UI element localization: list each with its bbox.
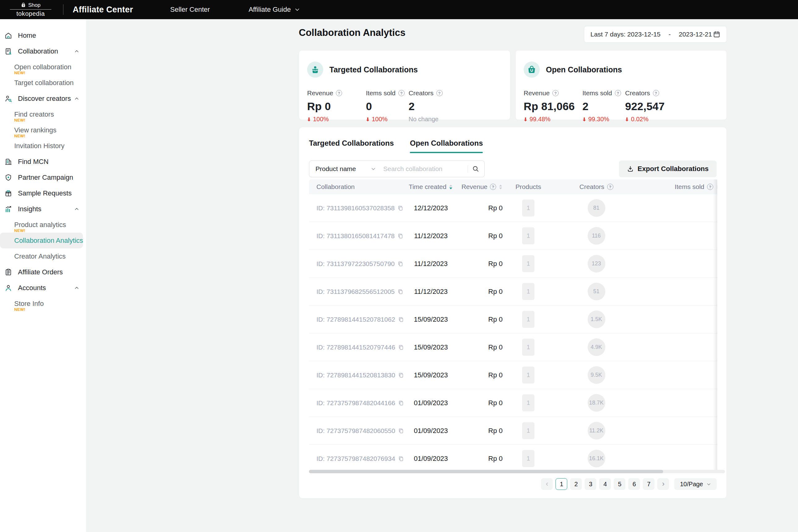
sort-icon-time-created[interactable] bbox=[449, 184, 453, 190]
tab-open-collaborations[interactable]: Open Collaborations bbox=[410, 139, 483, 153]
collaboration-id: ID: 7311379722305750790 bbox=[317, 260, 395, 268]
export-label: Export Collaborations bbox=[638, 165, 709, 173]
date-range-end: 2023-12-21 bbox=[679, 31, 712, 38]
down-arrow-icon bbox=[625, 117, 629, 121]
export-collaborations-button[interactable]: Export Collaborations bbox=[619, 160, 717, 177]
search-input[interactable] bbox=[383, 165, 468, 173]
creators-count-badge: 123 bbox=[588, 255, 605, 272]
topbar-divider bbox=[63, 4, 63, 15]
date-range-separator: - bbox=[669, 31, 671, 38]
sidebar-item-accounts[interactable]: Accounts bbox=[0, 280, 86, 296]
products-count-badge: 1 bbox=[522, 394, 534, 411]
sidebar-item-discover-creators[interactable]: Discover creators bbox=[0, 91, 86, 107]
page-button-2[interactable]: 2 bbox=[570, 478, 582, 490]
help-icon[interactable] bbox=[490, 184, 496, 190]
sidebar-item-partner-campaign[interactable]: Partner Campaign bbox=[0, 170, 86, 185]
collaboration-icon bbox=[4, 47, 12, 55]
help-icon[interactable] bbox=[398, 90, 404, 96]
revenue: Rp 0 bbox=[488, 371, 502, 379]
top-bar: Shop tokopedia Affiliate Center Seller C… bbox=[0, 0, 798, 19]
shop-tokopedia-logo[interactable]: Shop tokopedia bbox=[7, 2, 54, 17]
horizontal-scrollbar-thumb[interactable] bbox=[309, 470, 663, 473]
help-icon[interactable] bbox=[653, 90, 659, 96]
page-button-5[interactable]: 5 bbox=[614, 478, 625, 490]
sidebar-item-creator-analytics[interactable]: Creator Analytics bbox=[0, 248, 86, 264]
creators-count-badge: 116 bbox=[588, 227, 605, 245]
affiliate-guide-menu[interactable]: Affiliate Guide bbox=[249, 5, 300, 14]
sidebar-item-label: Discover creators bbox=[18, 95, 71, 103]
page-button-6[interactable]: 6 bbox=[628, 478, 640, 490]
horizontal-scrollbar-track bbox=[309, 470, 725, 473]
search-icon[interactable] bbox=[472, 165, 479, 173]
table-row: ID: 7278981441520797446 15/09/2023 Rp 0 … bbox=[309, 334, 717, 361]
metric-delta: 99.30% bbox=[588, 116, 609, 123]
sidebar-item-invitation-history[interactable]: Invitation History bbox=[0, 138, 86, 154]
products-count-badge: 1 bbox=[522, 450, 534, 467]
metric-delta: 0.02% bbox=[631, 116, 649, 123]
help-icon[interactable] bbox=[607, 184, 613, 190]
clipboard-icon bbox=[4, 268, 12, 276]
help-icon[interactable] bbox=[615, 90, 621, 96]
sort-icon-items-sold[interactable] bbox=[716, 184, 717, 190]
sidebar-item-label: Target collaboration bbox=[14, 79, 74, 87]
metric-label: Creators bbox=[625, 89, 650, 97]
page-button-7[interactable]: 7 bbox=[643, 478, 654, 490]
metric-label: Creators bbox=[408, 89, 434, 97]
sidebar-item-label: Find MCN bbox=[18, 158, 49, 166]
sidebar-item-home[interactable]: Home bbox=[0, 27, 86, 43]
page-button-4[interactable]: 4 bbox=[599, 478, 611, 490]
sidebar-item-store-info[interactable]: Store Info NEW! bbox=[0, 296, 86, 311]
collaboration-id: ID: 7273757987482076934 bbox=[317, 455, 395, 462]
down-arrow-icon bbox=[307, 117, 311, 121]
search-filter-select[interactable]: Product name bbox=[309, 165, 376, 173]
open-collaborations-card: Open Collaborations Revenue Rp 81,066 99… bbox=[515, 50, 727, 120]
date-range-picker[interactable]: Last 7 days: 2023-12-15 - 2023-12-21 bbox=[584, 26, 727, 43]
next-page-button[interactable]: › bbox=[657, 478, 669, 490]
sidebar-item-collaboration[interactable]: Collaboration bbox=[0, 43, 86, 59]
help-icon[interactable] bbox=[436, 90, 443, 96]
help-icon[interactable] bbox=[336, 90, 342, 96]
metric-delta: No change bbox=[408, 116, 439, 123]
sort-icon-revenue[interactable] bbox=[499, 184, 502, 190]
discover-creators-icon bbox=[4, 95, 12, 103]
collaboration-search: Product name bbox=[309, 160, 485, 177]
collaboration-id: ID: 7278981441520813830 bbox=[317, 372, 395, 379]
sidebar-item-sample-requests[interactable]: Sample Requests bbox=[0, 185, 86, 201]
collaboration-tabs: Targeted Collaborations Open Collaborati… bbox=[309, 139, 483, 153]
sidebar-item-label: Store Info bbox=[14, 300, 44, 308]
previous-page-button[interactable]: ‹ bbox=[541, 478, 553, 490]
page-button-3[interactable]: 3 bbox=[585, 478, 596, 490]
sidebar-item-find-creators[interactable]: Find creators NEW! bbox=[0, 107, 86, 122]
sidebar-item-insights[interactable]: Insights bbox=[0, 201, 86, 217]
sidebar-item-find-mcn[interactable]: Find MCN bbox=[0, 154, 86, 170]
sidebar-item-target-collaboration[interactable]: Target collaboration bbox=[0, 75, 86, 91]
products-count-badge: 1 bbox=[522, 339, 534, 356]
targeted-collaborations-icon bbox=[307, 61, 323, 78]
revenue: Rp 0 bbox=[488, 343, 502, 352]
search-divider bbox=[468, 165, 468, 173]
chevron-up-icon bbox=[74, 49, 79, 54]
table-row: ID: 7311380165081417478 11/12/2023 Rp 0 … bbox=[309, 222, 717, 250]
creators-count-badge: 51 bbox=[588, 283, 605, 300]
sidebar-item-collaboration-analytics[interactable]: Collaboration Analytics bbox=[0, 233, 83, 248]
help-icon[interactable] bbox=[552, 90, 558, 96]
products-count-badge: 1 bbox=[522, 255, 534, 272]
table-row: ID: 7273757987482060550 01/09/2023 Rp 0 … bbox=[309, 417, 717, 445]
chevron-down-icon bbox=[706, 482, 711, 487]
sidebar-item-affiliate-orders[interactable]: Affiliate Orders bbox=[0, 264, 86, 280]
sidebar-item-view-rankings[interactable]: View rankings NEW! bbox=[0, 122, 86, 138]
logo-divider bbox=[10, 9, 51, 10]
sidebar-item-product-analytics[interactable]: Product analytics NEW! bbox=[0, 217, 86, 233]
page-size-select[interactable]: 10/Page bbox=[674, 478, 717, 490]
card-title: Open Collaborations bbox=[546, 65, 622, 74]
help-icon[interactable] bbox=[707, 184, 713, 190]
sidebar-item-label: Invitation History bbox=[14, 142, 65, 150]
collaboration-id: ID: 7273757987482060550 bbox=[317, 427, 395, 435]
metric-value: 0 bbox=[366, 100, 408, 113]
seller-center-link[interactable]: Seller Center bbox=[170, 5, 210, 14]
calendar-icon bbox=[713, 31, 720, 38]
tab-targeted-collaborations[interactable]: Targeted Collaborations bbox=[309, 139, 394, 153]
sidebar-item-open-collaboration[interactable]: Open collaboration NEW! bbox=[0, 59, 86, 75]
page-button-1[interactable]: 1 bbox=[555, 478, 567, 490]
logo-tokopedia-text: tokopedia bbox=[16, 10, 45, 17]
